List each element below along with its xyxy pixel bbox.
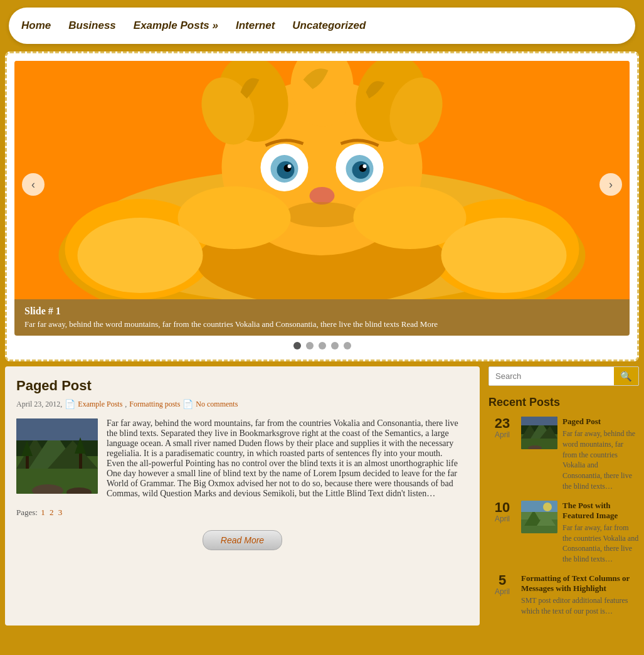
svg-point-52 [543,503,552,511]
pages-label: Pages: [16,508,38,517]
navigation: Home Business Example Posts » Internet U… [9,8,635,44]
meta-separator: , [125,400,127,409]
rp-day-3: 5 [488,573,516,587]
rp-month-2: April [488,514,516,523]
rp-day-2: 10 [488,501,516,514]
post-text-block: Far far away, behind the word mountains,… [107,418,468,499]
rp-date-1: 23 April [488,417,516,439]
read-more-button[interactable]: Read More [203,530,282,550]
nav-internet[interactable]: Internet [236,19,275,32]
comment-icon: 📄 [182,399,193,410]
recent-posts-title: Recent Posts [488,396,639,409]
recent-post-item-3: 5 April Formatting of Text Columns or Me… [488,573,639,617]
nav-home[interactable]: Home [21,19,51,32]
svg-rect-45 [521,417,557,425]
svg-rect-33 [16,418,98,440]
post-meta: April 23, 2012, 📄 Example Posts , Format… [16,399,468,410]
rp-title-2[interactable]: The Post with Featured Image [562,501,639,521]
recent-post-item-2: 10 April The Post with Featured Image [488,501,639,565]
main-column: Paged Post April 23, 2012, 📄 Example Pos… [5,366,480,626]
svg-point-26 [78,218,203,293]
post-excerpt-2: Even the all-powerful Pointing has no co… [107,459,468,499]
svg-point-27 [441,218,567,293]
sidebar: 🔍 Recent Posts 23 April [488,366,639,626]
slider-dot-1[interactable] [293,342,301,349]
rp-excerpt-1: Far far away, behind the word mountains,… [562,429,639,492]
page-link-2[interactable]: 2 [50,508,54,517]
rp-thumb-2 [521,501,557,533]
post-thumbnail [16,418,98,494]
rp-info-2: The Post with Featured Image Far far awa… [562,501,639,565]
post-category-formatting[interactable]: Formatting posts [129,400,180,409]
post-title: Paged Post [16,378,468,394]
post-content: Far far away, behind the word mountains,… [16,418,468,499]
post-comments[interactable]: No comments [196,400,238,409]
slider-prev-button[interactable]: ‹ [22,173,45,196]
rp-month-3: April [488,587,516,596]
page-link-1[interactable]: 1 [41,508,45,517]
search-box: 🔍 [488,366,639,386]
read-more-section: Read More [16,524,468,553]
slider-dot-3[interactable] [319,342,326,349]
rp-thumb-1 [521,417,557,449]
nav-business[interactable]: Business [68,19,116,32]
svg-point-20 [288,164,292,168]
nav-uncategorized[interactable]: Uncategorized [292,19,366,32]
slider-dot-5[interactable] [344,342,351,349]
post-excerpt-1: Far far away, behind the word mountains,… [107,418,468,459]
svg-point-21 [363,164,367,168]
rp-day-1: 23 [488,417,516,430]
post-date: April 23, 2012, [16,400,62,409]
slider-dots [14,336,630,352]
recent-posts-section: Recent Posts 23 April [488,396,639,617]
post-category-example[interactable]: Example Posts [78,400,122,409]
slide-title: Slide # 1 [24,306,620,317]
page-link-3[interactable]: 3 [58,508,63,517]
slider: Slide # 1 Far far away, behind the word … [14,61,630,336]
slide-text: Far far away, behind the word mountains,… [24,319,620,329]
slider-next-button[interactable]: › [599,173,622,196]
slider-dot-2[interactable] [306,342,314,349]
slide-caption: Slide # 1 Far far away, behind the word … [14,299,630,336]
rp-info-1: Paged Post Far far away, behind the word… [562,417,639,492]
category-icon: 📄 [65,399,75,410]
rp-date-3: 5 April [488,573,516,596]
slide-image [14,61,630,299]
svg-rect-51 [521,501,557,512]
svg-point-22 [310,187,335,205]
post-pages: Pages: 1 2 3 [16,508,468,518]
rp-title-3[interactable]: Formatting of Text Columns or Messages w… [521,573,639,594]
nav-example-posts[interactable]: Example Posts » [134,19,218,32]
rp-title-1[interactable]: Paged Post [562,417,639,427]
rp-date-2: 10 April [488,501,516,523]
scalloped-section: Slide # 1 Far far away, behind the word … [5,51,639,361]
rp-excerpt-3: SMT post editor additional features whic… [521,595,639,617]
rp-excerpt-2: Far far away, far from the countries Vok… [562,523,639,565]
slider-dot-4[interactable] [331,342,339,349]
recent-post-item-1: 23 April Paged Post F [488,417,639,492]
rp-info-3: Formatting of Text Columns or Messages w… [521,573,639,617]
content-area: Paged Post April 23, 2012, 📄 Example Pos… [5,366,639,626]
search-button[interactable]: 🔍 [614,367,638,385]
rp-month-1: April [488,430,516,439]
search-input[interactable] [489,367,614,385]
svg-point-23 [285,202,360,227]
